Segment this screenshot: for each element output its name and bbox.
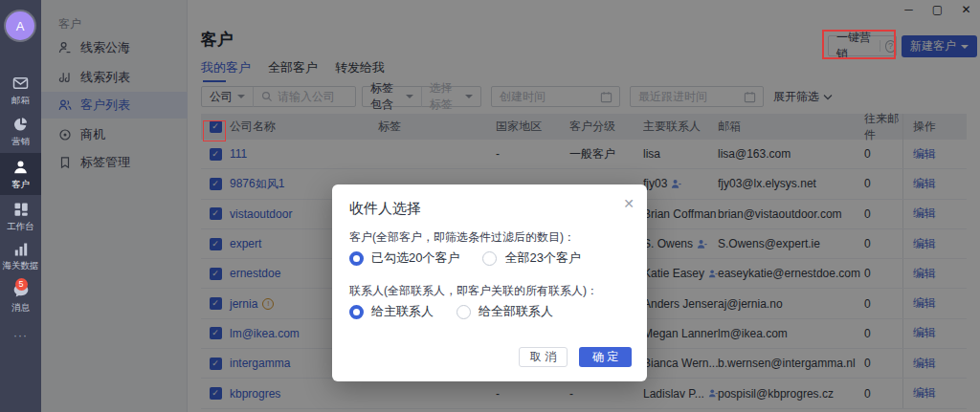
cancel-button[interactable]: 取 消 (519, 347, 568, 367)
rail-item-mail[interactable]: 邮箱 (0, 76, 41, 107)
radio-label: 全部23个客户 (504, 249, 580, 267)
bar-chart-icon (13, 242, 29, 256)
customer-scope-options: 已勾选20个客户 全部23个客户 (349, 249, 581, 267)
recipient-picker-modal: 收件人选择 ✕ 客户(全部客户，即筛选条件过滤后的数目)： 已勾选20个客户 全… (332, 184, 647, 381)
contact-scope-label: 联系人(全部联系人，即客户关联的所有联系人)： (349, 283, 598, 299)
rail-item-label: 营销 (1, 135, 40, 147)
radio-primary-contact[interactable] (349, 305, 364, 319)
modal-title: 收件人选择 (349, 200, 421, 218)
message-count-badge: 5 (15, 278, 28, 291)
rail-item-label: 工作台 (1, 220, 40, 232)
radio-all-23-customers[interactable] (482, 251, 497, 266)
rail-item-messages[interactable]: 5 消息 (0, 283, 41, 314)
primary-sidebar: A 邮箱 营销 客户 (0, 0, 41, 412)
pie-chart-icon (12, 117, 29, 132)
close-icon[interactable]: ✕ (623, 196, 635, 211)
app-window: ─ ▢ ✕ 客户 一键营销 ? 新建客户 我的客户 全部客户 转发给我 公司 (0, 0, 980, 412)
rail-item-marketing[interactable]: 营销 (0, 117, 41, 148)
avatar[interactable]: A (6, 11, 34, 40)
rail-item-label: 邮箱 (1, 94, 40, 106)
rail-item-label: 客户 (1, 178, 40, 190)
person-icon (12, 160, 29, 175)
grid-icon (13, 202, 29, 217)
rail-item-customer[interactable]: 客户 (0, 153, 41, 195)
radio-all-contacts[interactable] (457, 305, 471, 319)
radio-selected-20-customers[interactable] (349, 251, 364, 266)
rail-item-label: 海关数据 (1, 259, 40, 271)
confirm-button[interactable]: 确 定 (579, 347, 632, 367)
radio-label: 给全部联系人 (479, 303, 553, 320)
radio-label: 给主联系人 (371, 303, 434, 320)
mail-icon (12, 76, 29, 91)
rail-item-customs-data[interactable]: 海关数据 (0, 242, 41, 272)
more-icon[interactable]: ··· (0, 329, 41, 342)
customer-scope-label: 客户(全部客户，即筛选条件过滤后的数目)： (349, 229, 575, 246)
radio-label: 已勾选20个客户 (371, 249, 459, 267)
rail-item-workbench[interactable]: 工作台 (0, 202, 41, 233)
rail-item-label: 消息 (1, 301, 40, 314)
contact-scope-options: 给主联系人 给全部联系人 (349, 303, 553, 320)
